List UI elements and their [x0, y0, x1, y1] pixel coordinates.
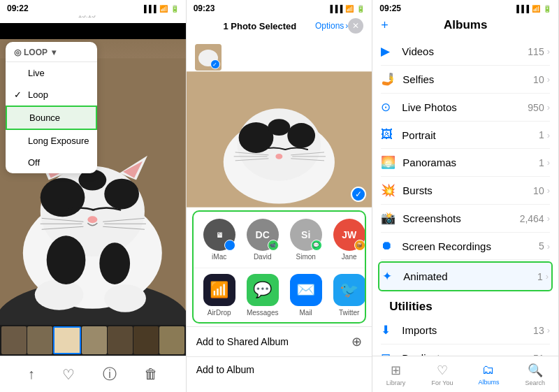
album-row-duplicates[interactable]: ⊞ Duplicates 51 › — [381, 344, 550, 356]
svg-point-11 — [87, 216, 97, 223]
contact-imac[interactable]: 🖥 iMac — [202, 219, 237, 261]
add-album-row[interactable]: Add to Album — [187, 356, 372, 382]
bursts-icon: 💥 — [381, 183, 395, 198]
phone1-bottom-bar: ↑ ♡ ⓘ 🗑 — [0, 356, 186, 392]
shared-album-icon: ⊕ — [351, 334, 362, 349]
contact-david[interactable]: DC 📹 David — [245, 219, 280, 261]
phone3-tab-bar: ⊞ Library ♡ For You 🗂 Albums 🔍 Search — [372, 356, 558, 392]
album-row-imports[interactable]: ⬇ Imports 13 › — [381, 317, 550, 344]
search-tab-icon: 🔍 — [528, 363, 543, 378]
svg-point-30 — [275, 154, 282, 159]
animated-icon: ✦ — [382, 269, 396, 284]
signal-icon: ▐▐▐ — [141, 5, 156, 13]
svg-point-28 — [287, 123, 315, 148]
for-you-tab-icon: ♡ — [437, 363, 448, 378]
jane-avatar: JW 📦 — [333, 219, 365, 251]
contact-simon[interactable]: Si 💬 Simon — [289, 219, 324, 261]
share-icon[interactable]: ↑ — [28, 366, 35, 382]
heart-icon[interactable]: ♡ — [62, 366, 75, 383]
selected-photo-area: ✓ — [187, 71, 372, 208]
twitter-icon: 🐦 — [333, 274, 365, 306]
album-row-live[interactable]: ⊙ Live Photos 950 › — [381, 94, 550, 122]
mail-button[interactable]: ✉️ Mail — [289, 274, 324, 317]
album-row-videos[interactable]: ▶ Videos 115 › — [381, 38, 550, 66]
loop-item-live[interactable]: Live — [6, 62, 97, 84]
david-avatar: DC 📹 — [247, 219, 279, 251]
thumb-4[interactable] — [82, 326, 107, 354]
thumb-7[interactable] — [159, 326, 184, 354]
imac-badge — [224, 240, 235, 251]
tab-search[interactable]: 🔍 Search — [512, 363, 558, 386]
album-row-panoramas[interactable]: 🌅 Panoramas 1 › — [381, 149, 550, 177]
wifi-icon-2: 📶 — [345, 5, 354, 13]
svg-point-29 — [268, 119, 290, 136]
chevron-recordings: › — [547, 241, 550, 252]
phone3-frame: 09:25 ▐▐▐ 📶 🔋 + Albums ▶ Videos 115 › 🤳 … — [372, 0, 559, 392]
contact-jane[interactable]: JW 📦 Jane — [332, 219, 365, 261]
add-album-button[interactable]: + — [381, 18, 389, 33]
messages-icon: 💬 — [247, 274, 279, 306]
jane-badge: 📦 — [354, 240, 365, 251]
tab-albums[interactable]: 🗂 Albums — [465, 363, 511, 386]
trash-icon[interactable]: 🗑 — [144, 366, 158, 382]
airdrop-icon: 📶 — [203, 274, 235, 306]
filmstrip — [0, 325, 186, 356]
options-button[interactable]: Options › — [315, 21, 348, 31]
twitter-button[interactable]: 🐦 Twitter — [332, 274, 365, 317]
status-bar-3: 09:25 ▐▐▐ 📶 🔋 — [372, 0, 558, 15]
thumb-2[interactable] — [27, 326, 52, 354]
status-icons-1: ▐▐▐ 📶 🔋 — [141, 5, 178, 13]
photo-selected-header: 1 Photo Selected Options › ✕ — [187, 15, 372, 38]
loop-item-loop[interactable]: ✓ Loop — [6, 84, 97, 106]
album-row-screenshots[interactable]: 📸 Screenshots 2,464 › — [381, 205, 550, 233]
albums-header: + Albums — [372, 15, 558, 38]
status-time-3: 09:25 — [379, 3, 401, 13]
chevron-portrait: › — [547, 130, 550, 140]
status-bar-1: 09:22 ▐▐▐ 📶 🔋 — [0, 0, 186, 15]
thumb-1[interactable] — [1, 326, 27, 354]
loop-item-off[interactable]: Off — [6, 152, 97, 173]
signal-icon-3: ▐▐▐ — [514, 5, 529, 13]
album-row-screen-recordings[interactable]: ⏺ Screen Recordings 5 › — [381, 233, 550, 260]
status-time-1: 09:22 — [7, 3, 29, 13]
check-overlay: ✓ — [210, 59, 220, 69]
album-row-animated[interactable]: ✦ Animated 1 › — [378, 261, 553, 291]
share-contacts-row: 🖥 iMac DC 📹 David Si — [194, 212, 365, 268]
chevron-videos: › — [547, 46, 550, 57]
selfies-icon: 🤳 — [381, 72, 395, 87]
thumb-3-selected[interactable] — [53, 326, 81, 354]
tab-for-you[interactable]: ♡ For You — [419, 363, 465, 386]
imac-avatar: 🖥 — [203, 219, 235, 251]
add-shared-album-row[interactable]: Add to Shared Album ⊕ — [187, 326, 372, 356]
videos-icon: ▶ — [381, 44, 395, 59]
albums-tab-icon: 🗂 — [482, 363, 495, 377]
svg-point-21 — [99, 242, 130, 284]
album-row-selfies[interactable]: 🤳 Selfies 10 › — [381, 66, 550, 94]
simon-avatar: Si 💬 — [290, 219, 322, 251]
battery-icon-3: 🔋 — [543, 5, 551, 13]
thumb-5[interactable] — [108, 326, 133, 354]
david-badge: 📹 — [268, 240, 279, 251]
album-row-portrait[interactable]: 🖼 Portrait 1 › — [381, 122, 550, 149]
svg-point-19 — [104, 284, 146, 312]
mail-icon: ✉️ — [290, 274, 322, 306]
loop-item-bounce[interactable]: Bounce — [6, 106, 97, 130]
loop-item-long-exposure[interactable]: Long Exposure — [6, 130, 97, 152]
close-button[interactable]: ✕ — [348, 18, 363, 34]
action-row: 📶 AirDrop 💬 Messages ✉️ Mail 🐦 Twitter — [194, 268, 365, 322]
small-thumbnail[interactable]: ✓ — [195, 44, 222, 71]
signal-icon-2: ▐▐▐ — [328, 5, 342, 13]
photo-count-text: 1 Photo Selected — [210, 21, 310, 31]
tab-library[interactable]: ⊞ Library — [372, 363, 419, 386]
info-icon[interactable]: ⓘ — [103, 365, 117, 384]
phone1-frame: 09:22 ▐▐▐ 📶 🔋 24 November 2020 15:15 Edi… — [0, 0, 187, 392]
share-sheet-highlighted: 🖥 iMac DC 📹 David Si — [192, 210, 367, 324]
imports-icon: ⬇ — [381, 323, 395, 337]
phone2-frame: 09:23 ▐▐▐ 📶 🔋 1 Photo Selected Options ›… — [187, 0, 373, 392]
chevron-selfies: › — [547, 74, 550, 85]
spacer — [187, 38, 372, 43]
airdrop-button[interactable]: 📶 AirDrop — [202, 274, 237, 317]
album-row-bursts[interactable]: 💥 Bursts 10 › — [381, 177, 550, 205]
thumb-6[interactable] — [133, 326, 159, 354]
messages-button[interactable]: 💬 Messages — [245, 274, 280, 317]
